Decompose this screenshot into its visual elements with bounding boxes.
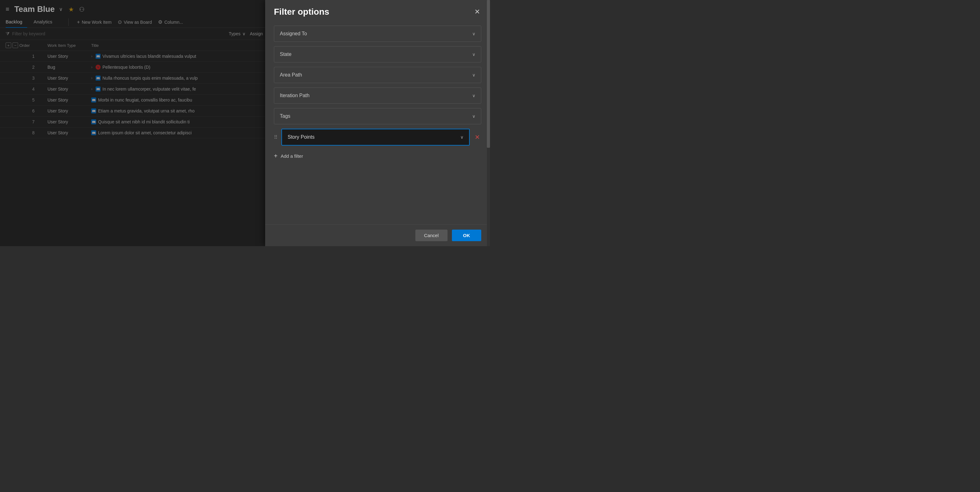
- assigned-to-chevron-icon: ∨: [472, 31, 475, 36]
- table-header-row: + − Order Work Item Type Title: [0, 40, 269, 51]
- title-text: Etiam a metus gravida, volutpat urna sit…: [98, 108, 194, 113]
- row-order: 6: [19, 108, 48, 113]
- table-row[interactable]: 2 Bug › 🐞 Pellentesque lobortis (D): [0, 62, 269, 73]
- panel-header: Filter options ✕: [265, 0, 490, 22]
- team-chevron-icon[interactable]: ∨: [59, 6, 63, 12]
- types-filter-pill[interactable]: Types ∨: [229, 31, 245, 36]
- state-label: State: [280, 51, 291, 57]
- team-members-icon[interactable]: ⚇: [79, 6, 84, 13]
- area-path-dropdown[interactable]: Area Path ∨: [274, 67, 481, 83]
- user-story-icon: 📖: [91, 108, 96, 113]
- title-text: Quisque sit amet nibh id mi blandit soll…: [98, 119, 189, 124]
- state-dropdown[interactable]: State ∨: [274, 46, 481, 62]
- new-work-item-button[interactable]: + New Work Item: [74, 17, 115, 27]
- col-order: Order: [19, 43, 48, 48]
- work-item-type: User Story: [48, 108, 91, 113]
- scroll-thumb[interactable]: [487, 0, 490, 148]
- hamburger-icon[interactable]: ≡: [6, 6, 10, 13]
- work-item-type: Bug: [48, 65, 91, 70]
- iteration-path-chevron-icon: ∨: [472, 93, 475, 98]
- tags-label: Tags: [280, 113, 290, 119]
- assign-label: Assign: [250, 31, 263, 36]
- assigned-to-dropdown[interactable]: Assigned To ∨: [274, 25, 481, 42]
- title-text: Pellentesque lobortis (D): [102, 65, 150, 70]
- table-row[interactable]: 1 User Story › 📖 Vivamus ultricies lacus…: [0, 51, 269, 62]
- panel-body: Assigned To ∨ State ∨ Area Path ∨ Iterat…: [265, 22, 490, 224]
- row-title: › 🐞 Pellentesque lobortis (D): [91, 65, 263, 70]
- user-story-icon: 📖: [91, 130, 96, 135]
- filter-options-panel: Filter options ✕ Assigned To ∨ State ∨ A…: [265, 0, 490, 246]
- filter-bar: ⧩ Types ∨ Assign: [0, 28, 269, 40]
- row-title: 📖 Lorem ipsum dolor sit amet, consectetu…: [91, 130, 263, 135]
- row-order: 8: [19, 130, 48, 135]
- title-text: Lorem ipsum dolor sit amet, consectetur …: [98, 130, 192, 135]
- row-title: › 📖 Nulla rhoncus turpis quis enim males…: [91, 76, 263, 81]
- row-expand-icon[interactable]: ›: [91, 65, 92, 69]
- filter-keyword-input[interactable]: [12, 31, 224, 36]
- expand-controls: + −: [6, 43, 19, 48]
- tab-backlog[interactable]: Backlog: [6, 17, 27, 27]
- panel-title: Filter options: [274, 7, 329, 17]
- nav-tabs: Backlog Analytics + New Work Item ⊙ View…: [0, 17, 269, 28]
- iteration-path-dropdown[interactable]: Iteration Path ∨: [274, 88, 481, 104]
- scroll-track: [487, 0, 490, 246]
- user-story-icon: 📖: [95, 54, 100, 59]
- table-row[interactable]: 6 User Story 📖 Etiam a metus gravida, vo…: [0, 105, 269, 116]
- work-item-type: User Story: [48, 54, 91, 59]
- row-order: 4: [19, 86, 48, 92]
- table-row[interactable]: 7 User Story 📖 Quisque sit amet nibh id …: [0, 116, 269, 127]
- custom-filter-row: ⠿ Story Points ∨ ✕: [274, 129, 481, 146]
- drag-handle-icon[interactable]: ⠿: [274, 134, 278, 140]
- assign-filter-pill[interactable]: Assign: [250, 31, 263, 36]
- plus-icon: +: [77, 19, 80, 25]
- user-story-icon: 📖: [95, 76, 100, 81]
- user-story-icon: 📖: [91, 119, 96, 124]
- work-item-type: User Story: [48, 130, 91, 135]
- state-chevron-icon: ∨: [472, 52, 475, 57]
- ok-button[interactable]: OK: [452, 229, 482, 241]
- column-options-label: Column...: [164, 20, 183, 25]
- table-row[interactable]: 8 User Story 📖 Lorem ipsum dolor sit ame…: [0, 127, 269, 139]
- bug-icon: 🐞: [95, 65, 100, 70]
- table-row[interactable]: 5 User Story 📖 Morbi in nunc feugiat, co…: [0, 95, 269, 105]
- add-filter-button[interactable]: + Add a filter: [274, 150, 481, 162]
- team-name: Team Blue: [14, 4, 55, 14]
- table-row[interactable]: 4 User Story › 📖 In nec lorem ullamcorpe…: [0, 84, 269, 95]
- row-order: 1: [19, 54, 48, 59]
- tab-analytics[interactable]: Analytics: [33, 17, 57, 27]
- story-points-dropdown[interactable]: Story Points ∨: [282, 129, 470, 146]
- assigned-to-label: Assigned To: [280, 31, 307, 37]
- types-chevron-icon: ∨: [242, 31, 245, 36]
- close-panel-button[interactable]: ✕: [473, 7, 481, 17]
- title-text: Vivamus ultricies lacus blandit malesuad…: [102, 54, 196, 59]
- panel-footer: Cancel OK: [265, 224, 490, 246]
- delete-filter-button[interactable]: ✕: [473, 134, 481, 141]
- table-row[interactable]: 3 User Story › 📖 Nulla rhoncus turpis qu…: [0, 73, 269, 84]
- story-points-chevron-icon: ∨: [460, 135, 463, 140]
- view-as-board-button[interactable]: ⊙ View as Board: [115, 17, 155, 27]
- cancel-button[interactable]: Cancel: [415, 229, 447, 241]
- area-path-label: Area Path: [280, 72, 302, 78]
- user-story-icon: 📖: [91, 97, 96, 102]
- user-story-icon: 📖: [95, 86, 100, 92]
- backlog-table: + − Order Work Item Type Title 1 User St…: [0, 40, 269, 246]
- favorite-icon[interactable]: ★: [68, 6, 74, 13]
- column-options-button[interactable]: ⚙ Column...: [155, 17, 186, 27]
- column-icon: ⚙: [158, 19, 162, 25]
- work-item-type: User Story: [48, 86, 91, 92]
- collapse-all-button[interactable]: −: [13, 43, 18, 48]
- row-title: › 📖 Vivamus ultricies lacus blandit male…: [91, 54, 263, 59]
- row-expand-icon[interactable]: ›: [91, 76, 92, 80]
- area-path-chevron-icon: ∨: [472, 72, 475, 78]
- work-item-type: User Story: [48, 119, 91, 124]
- main-backlog-area: ≡ Team Blue ∨ ★ ⚇ Backlog Analytics + Ne…: [0, 0, 269, 246]
- title-text: Nulla rhoncus turpis quis enim malesuada…: [102, 76, 198, 81]
- row-expand-icon[interactable]: ›: [91, 54, 92, 59]
- row-expand-icon[interactable]: ›: [91, 87, 92, 91]
- col-title: Title: [91, 43, 263, 48]
- add-icon: +: [274, 153, 278, 160]
- tags-dropdown[interactable]: Tags ∨: [274, 108, 481, 124]
- expand-all-button[interactable]: +: [6, 43, 11, 48]
- board-icon: ⊙: [118, 19, 122, 25]
- filter-keyword-icon: ⧩: [6, 31, 10, 37]
